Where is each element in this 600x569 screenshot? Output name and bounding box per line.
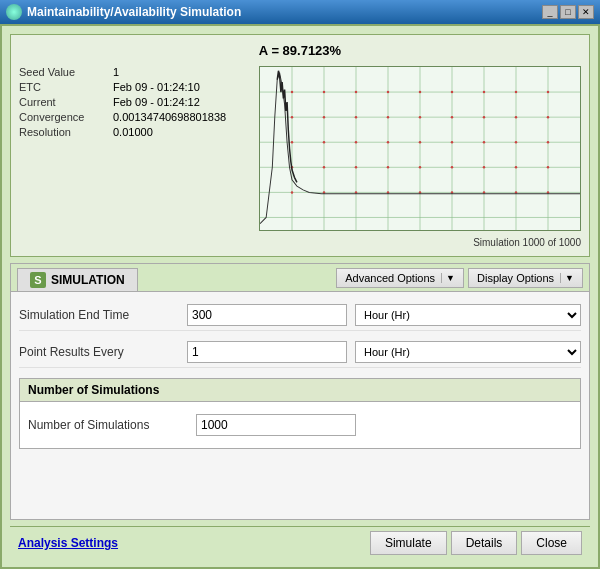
seed-label: Seed Value	[19, 66, 109, 78]
advanced-options-button[interactable]: Advanced Options ▼	[336, 268, 464, 288]
svg-point-25	[323, 116, 325, 119]
svg-point-49	[515, 166, 517, 169]
num-simulations-row: Number of Simulations	[28, 410, 572, 440]
title-bar: Maintainability/Availability Simulation …	[0, 0, 600, 24]
resolution-value: 0.01000	[113, 126, 153, 138]
window-icon	[6, 4, 22, 20]
svg-point-36	[387, 141, 389, 144]
section-content: Number of Simulations	[20, 402, 580, 448]
point-results-input[interactable]	[187, 341, 347, 363]
display-options-arrow: ▼	[560, 273, 574, 283]
svg-point-30	[483, 116, 485, 119]
form-area: Simulation End Time Hour (Hr) Minute (Mi…	[11, 292, 589, 519]
svg-point-43	[323, 166, 325, 169]
maximize-button[interactable]: □	[560, 5, 576, 19]
bottom-buttons: Simulate Details Close	[370, 531, 582, 555]
point-results-row: Point Results Every Hour (Hr) Minute (Mi…	[19, 337, 581, 368]
simulation-counter: Simulation 1000 of 1000	[19, 237, 581, 248]
svg-point-46	[419, 166, 421, 169]
simulation-tab-label: SIMULATION	[51, 273, 125, 287]
svg-point-45	[387, 166, 389, 169]
availability-value: A = 89.7123%	[19, 43, 581, 58]
s-icon: S	[30, 272, 46, 288]
svg-point-15	[291, 91, 293, 94]
content-area: S SIMULATION Advanced Options ▼ Display …	[10, 263, 590, 520]
etc-label: ETC	[19, 81, 109, 93]
svg-point-29	[451, 116, 453, 119]
section-title: Number of Simulations	[20, 379, 580, 402]
convergence-value: 0.00134740698801838	[113, 111, 226, 123]
resolution-label: Resolution	[19, 126, 109, 138]
svg-point-41	[547, 141, 549, 144]
svg-point-24	[291, 116, 293, 119]
svg-point-16	[323, 91, 325, 94]
svg-point-22	[515, 91, 517, 94]
svg-point-32	[547, 116, 549, 119]
bottom-bar: Analysis Settings Simulate Details Close	[10, 526, 590, 559]
convergence-label: Convergence	[19, 111, 109, 123]
svg-point-44	[355, 166, 357, 169]
svg-point-17	[355, 91, 357, 94]
top-panel: A = 89.7123% Seed Value 1 ETC Feb 09 - 0…	[10, 34, 590, 257]
svg-point-23	[547, 91, 549, 94]
advanced-options-arrow: ▼	[441, 273, 455, 283]
minimize-button[interactable]: _	[542, 5, 558, 19]
seed-value: 1	[113, 66, 119, 78]
analysis-settings-link[interactable]: Analysis Settings	[18, 536, 118, 550]
main-window: A = 89.7123% Seed Value 1 ETC Feb 09 - 0…	[0, 24, 600, 569]
end-time-input[interactable]	[187, 304, 347, 326]
chart-area	[259, 66, 581, 231]
point-results-label: Point Results Every	[19, 345, 179, 359]
svg-point-26	[355, 116, 357, 119]
simulation-tab[interactable]: S SIMULATION	[17, 268, 138, 291]
svg-point-50	[547, 166, 549, 169]
tab-bar: S SIMULATION Advanced Options ▼ Display …	[11, 264, 589, 292]
current-value: Feb 09 - 01:24:12	[113, 96, 200, 108]
svg-point-18	[387, 91, 389, 94]
svg-point-33	[291, 141, 293, 144]
end-time-row: Simulation End Time Hour (Hr) Minute (Mi…	[19, 300, 581, 331]
svg-point-20	[451, 91, 453, 94]
title-controls: _ □ ✕	[542, 5, 594, 19]
current-label: Current	[19, 96, 109, 108]
info-panel: Seed Value 1 ETC Feb 09 - 01:24:10 Curre…	[19, 66, 249, 231]
svg-point-27	[387, 116, 389, 119]
end-time-unit-select[interactable]: Hour (Hr) Minute (Min) Second (Sec) Day …	[355, 304, 581, 326]
etc-value: Feb 09 - 01:24:10	[113, 81, 200, 93]
svg-point-31	[515, 116, 517, 119]
close-button[interactable]: Close	[521, 531, 582, 555]
tab-buttons: Advanced Options ▼ Display Options ▼	[336, 268, 583, 291]
svg-point-39	[483, 141, 485, 144]
end-time-label: Simulation End Time	[19, 308, 179, 322]
num-simulations-input[interactable]	[196, 414, 356, 436]
svg-point-19	[419, 91, 421, 94]
num-simulations-section: Number of Simulations Number of Simulati…	[19, 378, 581, 449]
close-window-button[interactable]: ✕	[578, 5, 594, 19]
svg-point-47	[451, 166, 453, 169]
svg-point-35	[355, 141, 357, 144]
svg-point-48	[483, 166, 485, 169]
svg-point-37	[419, 141, 421, 144]
svg-point-40	[515, 141, 517, 144]
display-options-button[interactable]: Display Options ▼	[468, 268, 583, 288]
svg-point-28	[419, 116, 421, 119]
svg-point-51	[291, 191, 293, 194]
svg-point-38	[451, 141, 453, 144]
svg-point-21	[483, 91, 485, 94]
details-button[interactable]: Details	[451, 531, 518, 555]
num-simulations-label: Number of Simulations	[28, 418, 188, 432]
simulate-button[interactable]: Simulate	[370, 531, 447, 555]
point-results-unit-select[interactable]: Hour (Hr) Minute (Min) Second (Sec) Day …	[355, 341, 581, 363]
window-title: Maintainability/Availability Simulation	[27, 5, 241, 19]
svg-point-34	[323, 141, 325, 144]
